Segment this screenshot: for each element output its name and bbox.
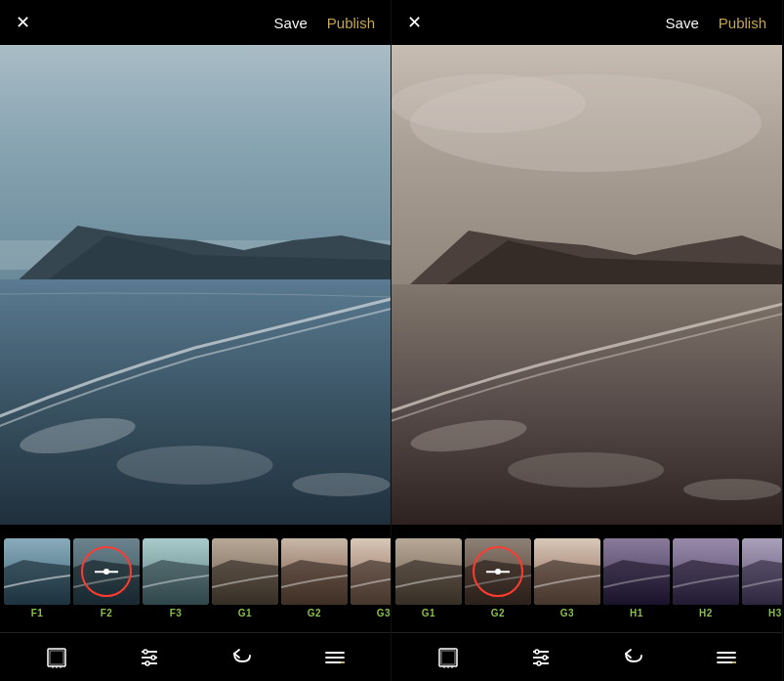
svg-point-29 xyxy=(144,650,147,654)
left-filter-thumb-F3 xyxy=(143,538,209,605)
svg-marker-18 xyxy=(281,560,348,605)
right-filter-label-G1: G1 xyxy=(422,608,435,618)
svg-point-66 xyxy=(535,650,539,654)
left-filter-G2[interactable]: G2 xyxy=(281,538,348,618)
right-filter-thumb-H2 xyxy=(673,538,739,605)
left-filter-strip: F1 F2 F3 xyxy=(0,525,391,632)
left-filter-thumb-F2 xyxy=(73,538,140,605)
svg-marker-47 xyxy=(395,560,462,605)
right-filter-H1[interactable]: H1 xyxy=(603,538,670,618)
left-filter-F2[interactable]: F2 xyxy=(73,538,140,618)
svg-marker-10 xyxy=(4,560,70,605)
svg-rect-59 xyxy=(441,651,455,664)
right-frame-button[interactable] xyxy=(429,638,468,677)
left-filter-G1[interactable]: G1 xyxy=(212,538,278,618)
left-filter-thumb-G2 xyxy=(281,538,348,605)
right-filter-thumb-H1 xyxy=(603,538,670,605)
right-undo-button[interactable] xyxy=(614,638,653,677)
right-filter-thumb-G2 xyxy=(465,538,531,605)
svg-rect-8 xyxy=(0,45,391,525)
left-filter-selected-dot xyxy=(103,569,109,575)
svg-point-68 xyxy=(537,661,541,665)
left-filter-F3[interactable]: F3 xyxy=(143,538,209,618)
right-header: ✕ Save Publish xyxy=(392,0,782,45)
right-photo xyxy=(392,45,782,525)
left-save-button[interactable]: Save xyxy=(274,15,308,31)
svg-marker-53 xyxy=(603,560,670,605)
right-filter-label-G2: G2 xyxy=(491,608,505,618)
left-panel: ✕ Save Publish xyxy=(0,0,392,681)
right-filter-thumb-H3 xyxy=(742,538,782,605)
left-toolbar xyxy=(0,632,391,681)
right-panel: ✕ Save Publish xyxy=(392,0,783,681)
right-filter-thumb-G3 xyxy=(534,538,600,605)
left-menu-button[interactable] xyxy=(315,638,354,677)
left-filter-label-F3: F3 xyxy=(170,608,183,618)
left-bottom: F1 F2 F3 xyxy=(0,525,391,681)
left-filter-label-G1: G1 xyxy=(238,608,252,618)
left-filter-G3[interactable]: G3 xyxy=(351,538,391,618)
left-filter-label-F2: F2 xyxy=(101,608,113,618)
right-bottom: G1 G2 G3 xyxy=(392,525,782,681)
left-adjust-button[interactable] xyxy=(130,638,169,677)
right-filter-G1[interactable]: G1 xyxy=(395,538,462,618)
left-filter-thumb-G1 xyxy=(212,538,278,605)
left-filter-label-F1: F1 xyxy=(31,608,44,618)
svg-point-30 xyxy=(151,656,155,660)
left-filter-F1[interactable]: F1 xyxy=(4,538,70,618)
svg-point-67 xyxy=(543,656,547,660)
left-header-actions: Save Publish xyxy=(274,15,375,31)
left-undo-button[interactable] xyxy=(223,638,262,677)
right-filter-G2[interactable]: G2 xyxy=(465,538,531,618)
left-publish-button[interactable]: Publish xyxy=(327,15,375,31)
right-filter-selected-overlay xyxy=(465,538,531,605)
left-filter-selected-overlay xyxy=(73,538,140,605)
right-save-button[interactable]: Save xyxy=(666,15,699,31)
left-filter-thumb-F1 xyxy=(4,538,70,605)
right-header-actions: Save Publish xyxy=(666,15,766,31)
left-filter-label-G3: G3 xyxy=(377,608,391,618)
left-photo xyxy=(0,45,391,525)
left-filter-thumb-G3 xyxy=(351,538,391,605)
svg-rect-22 xyxy=(50,651,63,664)
left-header: ✕ Save Publish xyxy=(0,0,391,45)
right-filter-strip: G1 G2 G3 xyxy=(392,525,782,632)
right-filter-H3[interactable]: H3 xyxy=(742,538,782,618)
svg-point-31 xyxy=(145,661,149,665)
svg-marker-16 xyxy=(212,560,278,605)
right-filter-thumb-G1 xyxy=(395,538,462,605)
right-filter-selected-dot xyxy=(495,569,501,575)
right-filter-G3[interactable]: G3 xyxy=(534,538,600,618)
left-close-button[interactable]: ✕ xyxy=(16,12,30,33)
left-frame-button[interactable] xyxy=(37,638,76,677)
right-publish-button[interactable]: Publish xyxy=(719,15,766,31)
left-filter-selected-circle xyxy=(81,546,132,597)
right-filter-selected-circle xyxy=(473,546,523,597)
right-adjust-button[interactable] xyxy=(521,638,560,677)
right-filter-label-H2: H2 xyxy=(699,608,713,618)
right-toolbar xyxy=(392,632,782,681)
right-filter-label-H3: H3 xyxy=(768,608,782,618)
right-close-button[interactable]: ✕ xyxy=(407,12,422,33)
svg-marker-55 xyxy=(673,560,739,605)
right-filter-label-G3: G3 xyxy=(560,608,574,618)
svg-marker-51 xyxy=(534,560,600,605)
left-filter-label-G2: G2 xyxy=(308,608,321,618)
right-filter-label-H1: H1 xyxy=(630,608,643,618)
svg-marker-14 xyxy=(143,560,209,605)
right-filter-H2[interactable]: H2 xyxy=(673,538,739,618)
right-menu-button[interactable] xyxy=(707,638,746,677)
svg-rect-45 xyxy=(392,45,782,525)
